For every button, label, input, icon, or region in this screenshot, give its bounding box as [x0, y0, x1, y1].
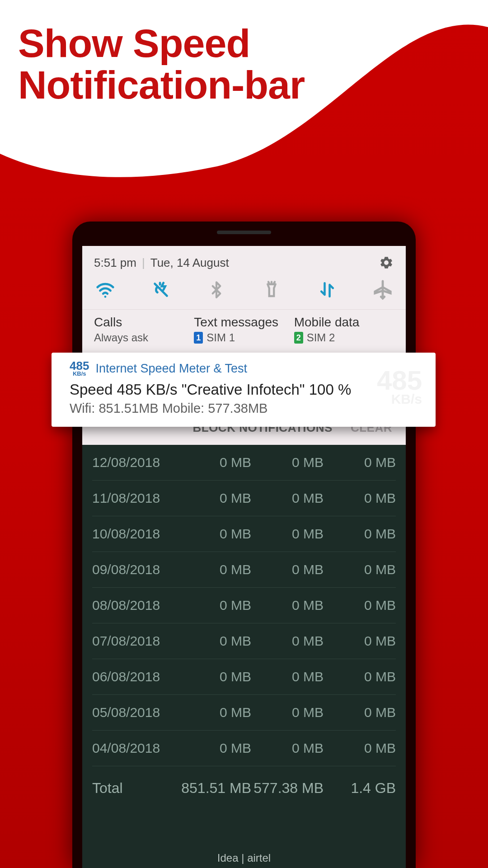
hero-line2: Notification-bar [18, 64, 305, 106]
statusbar-datetime: 5:51 pm | Tue, 14 August [94, 256, 229, 270]
quick-settings-row [82, 275, 406, 309]
row-total: 0 MB [324, 633, 396, 649]
row-wifi: 0 MB [179, 562, 251, 577]
calls-default[interactable]: Calls Always ask [94, 315, 194, 344]
row-mobile: 0 MB [251, 741, 324, 756]
row-wifi: 0 MB [179, 598, 251, 613]
usage-row[interactable]: 10/08/20180 MB0 MB0 MB [92, 516, 396, 552]
data-value: 2 SIM 2 [294, 331, 394, 344]
notification-shade: 5:51 pm | Tue, 14 August [82, 246, 406, 352]
speed-badge-icon: 485 KB/s [70, 361, 89, 377]
row-wifi: 0 MB [179, 741, 251, 756]
background-speed-watermark: 485 KB/s [377, 368, 422, 405]
row-total: 0 MB [324, 491, 396, 506]
statusbar-time: 5:51 pm [94, 256, 136, 270]
row-wifi: 0 MB [179, 705, 251, 720]
texts-default[interactable]: Text messages 1 SIM 1 [194, 315, 294, 344]
sim-defaults-row: Calls Always ask Text messages 1 SIM 1 M… [82, 310, 406, 352]
sim2-badge-icon: 2 [294, 332, 303, 344]
row-date: 11/08/2018 [92, 491, 179, 506]
calls-label: Calls [94, 315, 194, 330]
row-wifi: 0 MB [179, 669, 251, 684]
row-wifi: 0 MB [179, 491, 251, 506]
row-date: 06/08/2018 [92, 669, 179, 684]
row-wifi: 0 MB [179, 455, 251, 470]
total-wifi: 851.51 MB [179, 780, 251, 797]
notification-app-name: Internet Speed Meter & Test [95, 362, 247, 376]
row-date: 04/08/2018 [92, 741, 179, 756]
row-date: 07/08/2018 [92, 633, 179, 649]
row-mobile: 0 MB [251, 562, 324, 577]
data-usage-list: 12/08/20180 MB0 MB0 MB11/08/20180 MB0 MB… [82, 445, 406, 807]
carrier-label: Idea | airtel [82, 847, 406, 868]
usage-row[interactable]: 12/08/20180 MB0 MB0 MB [92, 445, 396, 481]
page-title: Show Speed Notification-bar [18, 23, 305, 106]
row-date: 09/08/2018 [92, 562, 179, 577]
row-total: 0 MB [324, 562, 396, 577]
row-date: 08/08/2018 [92, 598, 179, 613]
row-wifi: 0 MB [179, 526, 251, 542]
usage-row[interactable]: 04/08/20180 MB0 MB0 MB [92, 731, 396, 766]
bluetooth-icon[interactable] [205, 278, 228, 301]
usage-row[interactable]: 05/08/20180 MB0 MB0 MB [92, 695, 396, 731]
row-mobile: 0 MB [251, 491, 324, 506]
row-total: 0 MB [324, 526, 396, 542]
notification-title: Speed 485 KB/s "Creative Infotech" 100 % [70, 381, 418, 398]
total-all: 1.4 GB [324, 780, 396, 797]
speed-notification-card[interactable]: 485 KB/s 485 KB/s Internet Speed Meter &… [52, 353, 436, 427]
row-date: 10/08/2018 [92, 526, 179, 542]
texts-sim: SIM 1 [206, 331, 235, 344]
texts-label: Text messages [194, 315, 294, 330]
row-total: 0 MB [324, 669, 396, 684]
statusbar-separator: | [142, 256, 145, 270]
usage-row[interactable]: 11/08/20180 MB0 MB0 MB [92, 481, 396, 516]
row-wifi: 0 MB [179, 633, 251, 649]
texts-value: 1 SIM 1 [194, 331, 294, 344]
usage-row[interactable]: 06/08/20180 MB0 MB0 MB [92, 659, 396, 695]
row-mobile: 0 MB [251, 705, 324, 720]
notification-app-header: 485 KB/s Internet Speed Meter & Test [70, 361, 418, 377]
vibrate-icon[interactable] [150, 278, 172, 301]
total-mobile: 577.38 MB [251, 780, 324, 797]
usage-total-row: Total851.51 MB577.38 MB1.4 GB [92, 766, 396, 807]
row-total: 0 MB [324, 705, 396, 720]
usage-row[interactable]: 09/08/20180 MB0 MB0 MB [92, 552, 396, 588]
total-label: Total [92, 780, 179, 797]
statusbar: 5:51 pm | Tue, 14 August [82, 246, 406, 275]
statusbar-date: Tue, 14 August [150, 256, 229, 270]
usage-row[interactable]: 07/08/20180 MB0 MB0 MB [92, 623, 396, 659]
sim1-badge-icon: 1 [194, 332, 203, 344]
row-date: 05/08/2018 [92, 705, 179, 720]
wifi-icon[interactable] [94, 278, 117, 301]
phone-frame: 5:51 pm | Tue, 14 August [72, 222, 416, 868]
usage-row[interactable]: 08/08/20180 MB0 MB0 MB [92, 588, 396, 623]
data-default[interactable]: Mobile data 2 SIM 2 [294, 315, 394, 344]
row-total: 0 MB [324, 598, 396, 613]
notification-subtitle: Wifi: 851.51MB Mobile: 577.38MB [70, 401, 418, 416]
row-mobile: 0 MB [251, 669, 324, 684]
data-label: Mobile data [294, 315, 394, 330]
phone-screen: 5:51 pm | Tue, 14 August [82, 246, 406, 868]
row-mobile: 0 MB [251, 598, 324, 613]
row-total: 0 MB [324, 741, 396, 756]
airplane-mode-icon[interactable] [371, 278, 394, 301]
phone-speaker [217, 231, 271, 234]
data-transfer-icon[interactable] [316, 278, 338, 301]
row-total: 0 MB [324, 455, 396, 470]
settings-icon[interactable] [379, 255, 394, 270]
flashlight-icon[interactable] [260, 278, 283, 301]
row-date: 12/08/2018 [92, 455, 179, 470]
row-mobile: 0 MB [251, 455, 324, 470]
data-sim: SIM 2 [307, 331, 335, 344]
row-mobile: 0 MB [251, 633, 324, 649]
row-mobile: 0 MB [251, 526, 324, 542]
calls-value: Always ask [94, 331, 194, 344]
hero-line1: Show Speed [18, 23, 305, 64]
